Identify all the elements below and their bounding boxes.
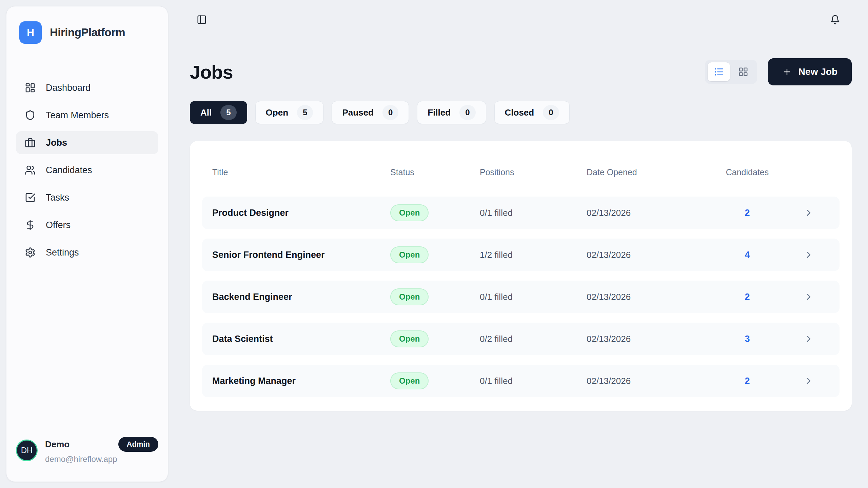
table-body: Product DesignerOpen0/1 filled02/13/2026… [202, 197, 840, 397]
filter-count-badge: 0 [382, 105, 398, 120]
row-open-button[interactable] [788, 292, 829, 302]
status-badge: Open [390, 204, 429, 221]
sidebar-item-label: Team Members [46, 110, 109, 121]
row-open-button[interactable] [788, 250, 829, 260]
candidates-count-link[interactable]: 2 [707, 376, 788, 386]
positions-cell: 1/2 filled [480, 250, 587, 260]
new-job-label: New Job [798, 66, 837, 77]
sidebar-nav: DashboardTeam MembersJobsCandidatesTasks… [16, 76, 158, 264]
user-info: Demo Admin demo@hireflow.app [45, 437, 158, 464]
check-square-icon [25, 192, 36, 203]
chevron-right-icon [804, 376, 814, 386]
table-header-row: Title Status Positions Date Opened Candi… [202, 153, 840, 191]
sidebar: H HiringPlatform DashboardTeam MembersJo… [6, 6, 168, 482]
job-title: Backend Engineer [212, 292, 390, 302]
notifications-button[interactable] [828, 13, 842, 27]
status-badge: Open [390, 330, 429, 347]
chevron-right-icon [804, 334, 814, 344]
positions-cell: 0/1 filled [480, 208, 587, 218]
sidebar-item-label: Settings [46, 247, 79, 258]
candidates-count-link[interactable]: 4 [707, 250, 788, 260]
sidebar-item-jobs[interactable]: Jobs [16, 131, 158, 154]
main-content: Jobs New Job [174, 39, 868, 488]
filter-tab-open[interactable]: Open5 [255, 101, 324, 124]
filter-tab-all[interactable]: All5 [190, 101, 247, 124]
chevron-right-icon [804, 208, 814, 218]
chevron-right-icon [804, 250, 814, 260]
table-row[interactable]: Data ScientistOpen0/2 filled02/13/20263 [202, 323, 840, 355]
list-view-button[interactable] [708, 62, 730, 81]
row-open-button[interactable] [788, 334, 829, 344]
positions-cell: 0/1 filled [480, 292, 587, 302]
sidebar-item-label: Tasks [46, 192, 69, 203]
gear-icon [25, 247, 36, 258]
panel-left-icon [197, 15, 207, 25]
topbar [174, 0, 868, 39]
filter-tab-closed[interactable]: Closed0 [494, 101, 570, 124]
brand-name: HiringPlatform [50, 26, 125, 39]
status-badge: Open [390, 372, 429, 389]
filter-count-badge: 0 [543, 105, 559, 120]
briefcase-icon [25, 137, 36, 148]
chevron-right-icon [804, 292, 814, 302]
filter-count-badge: 5 [297, 105, 313, 120]
date-opened-cell: 02/13/2026 [587, 292, 707, 302]
dashboard-icon [25, 82, 36, 93]
row-open-button[interactable] [788, 208, 829, 218]
column-header-candidates: Candidates [707, 167, 788, 177]
row-open-button[interactable] [788, 376, 829, 386]
sidebar-item-label: Jobs [46, 138, 67, 148]
sidebar-toggle-button[interactable] [195, 13, 209, 27]
job-title: Data Scientist [212, 334, 390, 344]
job-title: Senior Frontend Engineer [212, 250, 390, 260]
brand: H HiringPlatform [16, 21, 158, 44]
table-row[interactable]: Backend EngineerOpen0/1 filled02/13/2026… [202, 281, 840, 313]
list-view-icon [714, 67, 724, 77]
date-opened-cell: 02/13/2026 [587, 208, 707, 218]
new-job-button[interactable]: New Job [768, 58, 852, 85]
positions-cell: 0/1 filled [480, 376, 587, 386]
users-icon [25, 165, 36, 176]
avatar: DH [16, 440, 38, 461]
table-row[interactable]: Senior Frontend EngineerOpen1/2 filled02… [202, 239, 840, 271]
candidates-count-link[interactable]: 2 [707, 208, 788, 218]
column-header-title: Title [212, 167, 390, 177]
table-row[interactable]: Product DesignerOpen0/1 filled02/13/2026… [202, 197, 840, 229]
sidebar-item-label: Dashboard [46, 83, 91, 93]
job-title: Marketing Manager [212, 376, 390, 386]
filter-label: Closed [505, 107, 534, 118]
column-header-positions: Positions [480, 167, 587, 177]
sidebar-item-candidates[interactable]: Candidates [16, 159, 158, 182]
plus-icon [782, 67, 792, 77]
date-opened-cell: 02/13/2026 [587, 250, 707, 260]
sidebar-item-tasks[interactable]: Tasks [16, 186, 158, 209]
status-badge: Open [390, 246, 429, 263]
filter-count-badge: 0 [459, 105, 475, 120]
table-row[interactable]: Marketing ManagerOpen0/1 filled02/13/202… [202, 365, 840, 397]
filter-label: Open [266, 107, 288, 118]
brand-logo: H [19, 21, 42, 44]
date-opened-cell: 02/13/2026 [587, 376, 707, 386]
candidates-count-link[interactable]: 2 [707, 292, 788, 302]
dollar-icon [25, 220, 36, 230]
page-title: Jobs [190, 61, 233, 83]
column-header-status: Status [390, 167, 480, 177]
user-name: Demo [45, 439, 70, 450]
date-opened-cell: 02/13/2026 [587, 334, 707, 344]
sidebar-item-settings[interactable]: Settings [16, 241, 158, 264]
status-badge: Open [390, 288, 429, 305]
filter-label: Paused [342, 107, 374, 118]
filter-tab-filled[interactable]: Filled0 [417, 101, 486, 124]
grid-view-button[interactable] [732, 62, 754, 81]
sidebar-item-team-members[interactable]: Team Members [16, 104, 158, 127]
candidates-count-link[interactable]: 3 [707, 334, 788, 344]
sidebar-item-offers[interactable]: Offers [16, 214, 158, 237]
user-email: demo@hireflow.app [45, 454, 158, 464]
filter-count-badge: 5 [220, 105, 236, 120]
bell-icon [830, 15, 840, 25]
filter-label: All [200, 107, 212, 118]
filter-tab-paused[interactable]: Paused0 [332, 101, 409, 124]
positions-cell: 0/2 filled [480, 334, 587, 344]
status-filters: All5Open5Paused0Filled0Closed0 [190, 101, 852, 124]
sidebar-item-dashboard[interactable]: Dashboard [16, 76, 158, 99]
